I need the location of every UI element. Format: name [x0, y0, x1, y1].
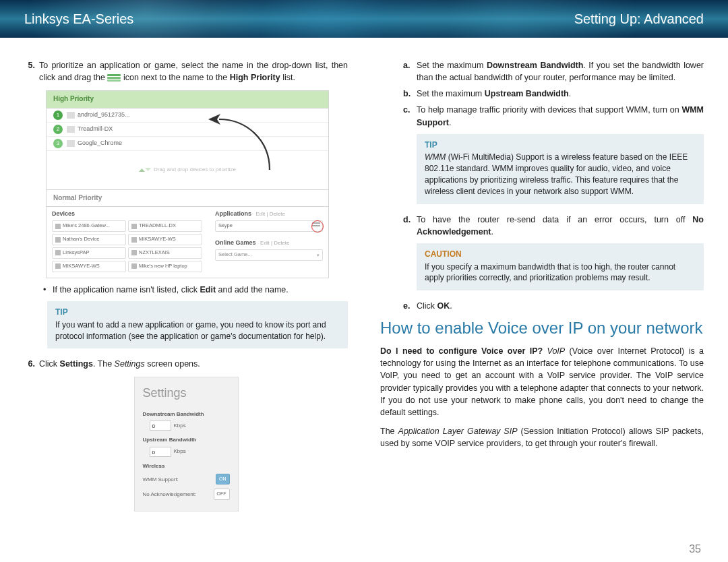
drag-handle-icon: [107, 73, 121, 82]
noack-label: No Acknowledgement:: [143, 491, 197, 499]
normal-priority-header: Normal Priority: [47, 190, 328, 208]
step-text: To prioritize an application or game, se…: [39, 59, 348, 84]
priority-badge-icon: 3: [53, 139, 63, 148]
app-select: Skype: [215, 220, 323, 232]
devices-grid: Mike's 2486-Gatew... TREADMILL-DX Nathan…: [52, 220, 203, 272]
tip-body: If you want to add a new application or …: [55, 319, 340, 342]
wireless-label: Wireless: [143, 462, 230, 470]
sip-paragraph: The Application Layer Gateway SIP (Sessi…: [380, 425, 704, 449]
devices-label: Devices: [52, 210, 203, 218]
priority-badge-icon: 2: [53, 125, 63, 134]
step-text: Click Settings. The Settings screen open…: [39, 358, 348, 370]
device-cell: LinksysPAP: [52, 247, 126, 259]
device-icon: [131, 250, 137, 255]
game-select: Select Game... ▾: [215, 249, 323, 261]
device-cell: TREADMILL-DX: [128, 220, 202, 232]
tip-body: WMM (Wi-Fi MultiMedia) Support is a wire…: [425, 152, 696, 197]
applications-label: Applications Edit | Delete: [215, 210, 323, 218]
svg-marker-2: [208, 114, 220, 125]
caution-callout: CAUTION If you specify a maximum bandwid…: [417, 243, 704, 290]
hp-device-name: Google_Chrome: [78, 139, 122, 148]
hp-device-name: android_9512735...: [78, 111, 130, 119]
upstream-label: Upstream Bandwidth: [143, 436, 230, 444]
doc-section-title: Setting Up: Advanced: [574, 11, 704, 27]
callout-arrow-icon: [206, 106, 280, 173]
hp-row: 2 Treadmill-DX: [47, 123, 328, 137]
device-icon: [55, 250, 61, 255]
left-column: 5. To prioritize an application or game,…: [24, 59, 348, 535]
step-number: 5.: [24, 59, 39, 84]
sub-bullet: • If the application name isn't listed, …: [43, 284, 348, 296]
device-icon: [131, 224, 137, 229]
device-cell: MIKSAWYE-WS: [128, 234, 202, 245]
device-cell: NZXTLEXAIS: [128, 247, 202, 259]
device-cell: Nathan's Device: [52, 234, 126, 245]
device-icon: [67, 140, 75, 147]
svg-marker-0: [139, 168, 145, 172]
upstream-input: 0: [150, 447, 171, 457]
sub-step-a: a. Set the maximum Downstream Bandwidth.…: [403, 59, 704, 84]
hp-row: 3 Google_Chrome: [47, 137, 328, 151]
voip-intro-paragraph: Do I need to configure Voice over IP? Vo…: [380, 345, 704, 418]
device-icon: [55, 237, 61, 243]
sub-step-b: b. Set the maximum Upstream Bandwidth.: [403, 88, 704, 100]
device-icon: [67, 112, 75, 119]
tip-callout: TIP WMM (Wi-Fi MultiMedia) Support is a …: [417, 134, 704, 204]
sub-step-c: c. To help manage traffic priority with …: [403, 104, 704, 128]
device-icon: [131, 263, 137, 269]
device-icon: [131, 237, 137, 243]
downstream-label: Downstream Bandwidth: [143, 410, 230, 418]
priority-panel-screenshot: High Priority 1 android_9512735... 2 Tre…: [46, 90, 329, 278]
tip-callout: TIP If you want to add a new application…: [47, 301, 348, 348]
toggle-off: OFF: [214, 489, 230, 499]
sub-step-e: e. Click OK.: [403, 300, 704, 312]
toggle-on: ON: [216, 474, 230, 485]
right-column: a. Set the maximum Downstream Bandwidth.…: [380, 59, 704, 535]
section-heading: How to enable Voice over IP on your netw…: [380, 319, 704, 338]
tip-title: TIP: [425, 139, 696, 151]
caution-body: If you specify a maximum bandwidth that …: [425, 261, 696, 284]
step-number: 6.: [24, 358, 39, 370]
wmm-label: WMM Support:: [143, 476, 179, 484]
settings-title: Settings: [143, 384, 230, 402]
device-icon: [55, 224, 61, 229]
bullet-icon: •: [43, 284, 53, 296]
svg-marker-1: [145, 168, 151, 171]
sub-step-d: d. To have the router re-send data if an…: [403, 214, 704, 238]
step-6: 6. Click Settings. The Settings screen o…: [24, 358, 348, 370]
chevron-down-icon: ▾: [317, 252, 320, 259]
page-number: 35: [689, 543, 701, 555]
caution-title: CAUTION: [425, 249, 696, 260]
hp-row: 1 android_9512735...: [47, 108, 328, 123]
tip-title: TIP: [55, 307, 340, 318]
drop-zone: Drag and drop devices to prioritize: [47, 151, 328, 190]
page-banner: Linksys EA-Series Setting Up: Advanced: [0, 0, 728, 38]
priority-badge-icon: 1: [53, 111, 63, 120]
unit-label: Kbps: [174, 447, 186, 456]
settings-panel-screenshot: Settings Downstream Bandwidth 0 Kbps Ups…: [134, 377, 239, 511]
unit-label: Kbps: [174, 422, 186, 430]
downstream-input: 0: [150, 420, 171, 431]
hp-device-name: Treadmill-DX: [78, 125, 113, 133]
step-5: 5. To prioritize an application or game,…: [24, 59, 348, 84]
games-label: Online Games Edit | Delete: [215, 239, 323, 247]
device-cell: MIKSAWYE-WS: [52, 261, 126, 272]
device-cell: Mike's 2486-Gatew...: [52, 220, 126, 232]
high-priority-header: High Priority: [47, 91, 328, 108]
device-icon: [55, 263, 61, 269]
device-icon: [67, 126, 75, 133]
doc-series-title: Linksys EA-Series: [24, 11, 133, 27]
highlight-circle-icon: [311, 220, 324, 232]
device-cell: Mike's new HP laptop: [128, 261, 202, 272]
updown-arrows-icon: [139, 164, 151, 176]
